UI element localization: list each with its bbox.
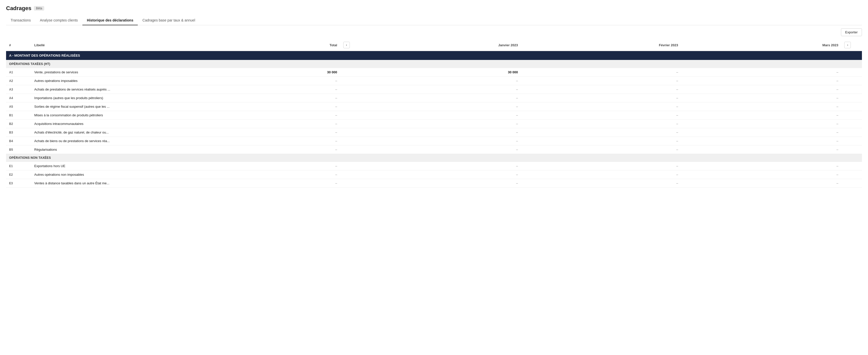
row-nav-spacer [340, 171, 361, 179]
row-hash: B1 [6, 111, 31, 120]
row-feb: – [521, 179, 681, 187]
row-label: Ventes à distance taxables dans un autre… [31, 179, 226, 187]
row-mar: – [681, 128, 841, 137]
row-jan: – [361, 145, 521, 154]
row-label: Achats de prestations de services réalis… [31, 85, 226, 94]
subsection-header-row: OPÉRATIONS NON TAXÉES [6, 154, 862, 162]
row-nav2-spacer [841, 77, 862, 85]
section-header-row: A - MONTANT DES OPÉRATIONS RÉALISÉES [6, 51, 862, 60]
row-jan: – [361, 85, 521, 94]
row-total: – [226, 102, 340, 111]
row-hash: A1 [6, 68, 31, 77]
row-nav2-spacer [841, 94, 862, 102]
row-nav-spacer [340, 85, 361, 94]
row-jan: – [361, 111, 521, 120]
row-jan: 30 000 [361, 68, 521, 77]
row-nav-spacer [340, 111, 361, 120]
col-header-mar: Mars 2023 [681, 39, 841, 51]
row-jan: – [361, 77, 521, 85]
tab-cadrages-base[interactable]: Cadrages base par taux & annuel [138, 16, 200, 25]
row-feb: – [521, 128, 681, 137]
table-container: # Libellé Total ‹ Janvier 2023 Février 2… [0, 39, 868, 187]
row-nav-spacer [340, 77, 361, 85]
row-total: – [226, 179, 340, 187]
row-mar: – [681, 111, 841, 120]
row-total: – [226, 77, 340, 85]
table-row: B3Achats d'électricité, de gaz naturel, … [6, 128, 862, 137]
row-total: – [226, 128, 340, 137]
row-hash: E2 [6, 171, 31, 179]
row-jan: – [361, 120, 521, 128]
row-hash: A5 [6, 102, 31, 111]
row-nav2-spacer [841, 111, 862, 120]
toolbar: Exporter [0, 25, 868, 39]
tab-historique[interactable]: Historique des déclarations [83, 16, 138, 25]
row-jan: – [361, 102, 521, 111]
row-mar: – [681, 145, 841, 154]
row-label: Mises à la consommation de produits pétr… [31, 111, 226, 120]
col-nav-right: › [841, 39, 862, 51]
table-row: A2Autres opérations imposables–––– [6, 77, 862, 85]
row-feb: – [521, 94, 681, 102]
row-label: Vente, prestations de services [31, 68, 226, 77]
row-jan: – [361, 94, 521, 102]
row-nav2-spacer [841, 171, 862, 179]
tab-transactions[interactable]: Transactions [6, 16, 35, 25]
row-nav2-spacer [841, 137, 862, 145]
col-header-label: Libellé [31, 39, 226, 51]
row-nav-spacer [340, 162, 361, 171]
row-hash: A3 [6, 85, 31, 94]
row-label: Achats de biens ou de prestations de ser… [31, 137, 226, 145]
tab-bar: Transactions Analyse comptes clients His… [6, 16, 862, 25]
tab-analyse[interactable]: Analyse comptes clients [35, 16, 83, 25]
nav-right-button[interactable]: › [844, 42, 851, 48]
row-nav-spacer [340, 137, 361, 145]
row-nav2-spacer [841, 128, 862, 137]
row-nav2-spacer [841, 102, 862, 111]
row-label: Importations (autres que les produits pé… [31, 94, 226, 102]
row-hash: E1 [6, 162, 31, 171]
col-nav-left: ‹ [340, 39, 361, 51]
row-feb: – [521, 111, 681, 120]
row-nav-spacer [340, 102, 361, 111]
table-row: A1Vente, prestations de services30 00030… [6, 68, 862, 77]
row-mar: – [681, 85, 841, 94]
row-nav2-spacer [841, 145, 862, 154]
row-total: – [226, 145, 340, 154]
nav-left-button[interactable]: ‹ [343, 42, 350, 48]
row-mar: – [681, 77, 841, 85]
row-mar: – [681, 68, 841, 77]
row-nav-spacer [340, 179, 361, 187]
row-feb: – [521, 171, 681, 179]
row-mar: – [681, 94, 841, 102]
row-feb: – [521, 68, 681, 77]
row-total: – [226, 85, 340, 94]
table-row: A4Importations (autres que les produits … [6, 94, 862, 102]
row-jan: – [361, 162, 521, 171]
table-row: B4Achats de biens ou de prestations de s… [6, 137, 862, 145]
table-row: E1Exportations hors UE–––– [6, 162, 862, 171]
row-hash: A4 [6, 94, 31, 102]
row-mar: – [681, 120, 841, 128]
row-jan: – [361, 128, 521, 137]
row-total: – [226, 94, 340, 102]
row-feb: – [521, 145, 681, 154]
page-title: Cadrages [6, 5, 31, 11]
table-row: B1Mises à la consommation de produits pé… [6, 111, 862, 120]
row-total: – [226, 137, 340, 145]
beta-badge: Bêta [34, 6, 44, 11]
table-row: A3Achats de prestations de services réal… [6, 85, 862, 94]
row-total: – [226, 171, 340, 179]
row-hash: B2 [6, 120, 31, 128]
row-nav2-spacer [841, 179, 862, 187]
export-button[interactable]: Exporter [841, 28, 862, 36]
subsection-header-row: OPÉRATIONS TAXÉES (HT) [6, 60, 862, 68]
row-nav-spacer [340, 68, 361, 77]
row-mar: – [681, 102, 841, 111]
table-row: E2Autres opérations non imposables–––– [6, 171, 862, 179]
declarations-table: # Libellé Total ‹ Janvier 2023 Février 2… [6, 39, 862, 187]
row-mar: – [681, 171, 841, 179]
row-total: – [226, 162, 340, 171]
row-feb: – [521, 120, 681, 128]
row-label: Autres opérations imposables [31, 77, 226, 85]
